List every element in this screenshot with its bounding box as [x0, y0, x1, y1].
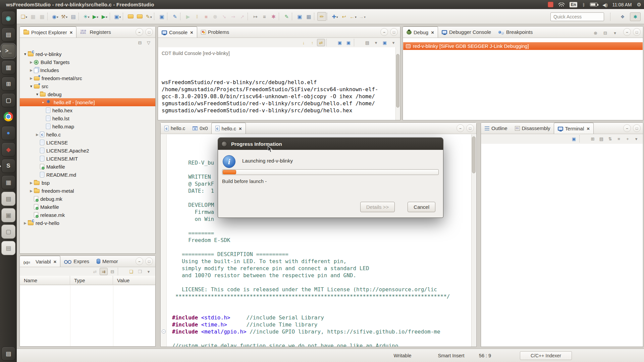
maximize-view-button[interactable]	[145, 257, 153, 265]
variables-toolbar-button[interactable]	[118, 268, 126, 275]
terminal-toolbar-button[interactable]: ▤	[597, 135, 605, 142]
toolbar-button[interactable]: ➘	[220, 12, 229, 21]
launcher-app-icon[interactable]: ▤	[1, 27, 15, 42]
tree-item[interactable]: ▶ bsp	[20, 179, 155, 187]
variables-table-body[interactable]	[20, 286, 155, 346]
cancel-button[interactable]: Cancel	[408, 202, 435, 212]
scrollbar-thumb[interactable]	[472, 136, 476, 173]
launcher-app-icon[interactable]: ▤	[1, 241, 15, 255]
session-gear-icon[interactable]	[637, 2, 641, 8]
terminal-toolbar-button[interactable]: ▾	[632, 135, 640, 142]
tab-disassembly[interactable]: Disassembly	[511, 123, 554, 134]
volume-icon[interactable]	[602, 2, 607, 8]
editor-tab-0x0[interactable]: 0x0	[189, 123, 211, 134]
toolbar-button[interactable]	[180, 13, 183, 20]
console-toolbar-button[interactable]: ⇄	[317, 39, 325, 46]
console-toolbar-button[interactable]: ▣	[344, 39, 353, 46]
toolbar-button[interactable]: ↦	[251, 12, 260, 21]
clock[interactable]: 11:08 AM	[612, 2, 632, 7]
console-toolbar-button[interactable]: ▾	[372, 39, 380, 46]
dropdown-arrow-icon[interactable]	[106, 13, 108, 19]
dropdown-arrow-icon[interactable]	[355, 13, 357, 19]
toolbar-button[interactable]: ▶	[91, 12, 100, 21]
tab-registers[interactable]: Registers	[76, 26, 114, 38]
debug-launch-item[interactable]: red-v-blinky [SiFive GDB SEGGER J-Link D…	[403, 42, 643, 50]
launcher-app-icon[interactable]: ▢	[1, 93, 15, 107]
minimize-view-button[interactable]	[136, 28, 143, 36]
console-toolbar-button[interactable]: ↑	[308, 39, 316, 46]
tree-item[interactable]: ▶ Includes	[20, 66, 155, 74]
toolbar-button[interactable]: ➚	[238, 12, 247, 21]
launcher-app-icon[interactable]: ▤	[1, 347, 15, 361]
tab-memory[interactable]: Memor	[93, 256, 122, 267]
status-indexer-progress[interactable]: C/C++ Indexer	[520, 351, 572, 360]
quick-access-input[interactable]	[550, 12, 604, 21]
toolbar-button[interactable]: ▣	[113, 12, 122, 21]
perspective-button[interactable]: ✱	[630, 12, 641, 21]
terminal-toolbar-button[interactable]: ≡	[615, 135, 623, 142]
toolbar-button[interactable]	[135, 12, 144, 21]
dropdown-arrow-icon[interactable]	[66, 13, 67, 19]
toolbar-button[interactable]	[78, 13, 81, 20]
terminal-toolbar-button[interactable]: ⇅	[606, 135, 614, 142]
close-tab-icon[interactable]	[69, 29, 73, 35]
close-tab-icon[interactable]	[430, 29, 434, 35]
tree-item[interactable]: release.mk	[20, 211, 155, 219]
minimize-view-button[interactable]	[623, 124, 631, 132]
console-toolbar-button[interactable]: ↓	[300, 39, 308, 46]
toolbar-button[interactable]: ▣	[295, 12, 304, 21]
toolbar-button[interactable]: ■	[202, 12, 211, 21]
debug-toolbar-button[interactable]: ⊗	[591, 28, 600, 37]
editor-scrollbar[interactable]	[471, 134, 476, 347]
debug-toolbar-button[interactable]: ▾	[610, 28, 620, 37]
launcher-app-icon[interactable]: ▦	[1, 175, 15, 189]
tree-expand-arrow-icon[interactable]: ▶	[29, 189, 34, 193]
toolbar-button[interactable]	[167, 13, 170, 20]
toolbar-button[interactable]: ▦	[38, 12, 47, 21]
toolbar-button[interactable]	[292, 13, 294, 20]
terminal-toolbar-button[interactable]: +	[624, 135, 632, 142]
details-button[interactable]: Details >>	[360, 202, 395, 212]
toolbar-button[interactable]: ▤	[69, 12, 78, 21]
tab-debugger-console[interactable]: Debugger Console	[438, 26, 495, 38]
tree-expand-arrow-icon[interactable]: ▶	[35, 133, 40, 136]
terminal-toolbar-button[interactable]: ⊞	[589, 135, 597, 142]
toolbar-button[interactable]	[110, 13, 112, 20]
maximize-view-button[interactable]	[145, 28, 153, 36]
toolbar-button[interactable]: ‖	[193, 12, 202, 21]
view-toolbar-button[interactable]: ⊟	[136, 39, 144, 46]
tree-expand-arrow-icon[interactable]: ▶	[22, 221, 28, 225]
close-tab-icon[interactable]	[586, 126, 590, 131]
keyboard-layout-indicator[interactable]: En	[570, 2, 577, 7]
dialog-window-button[interactable]	[221, 141, 227, 147]
maximize-view-button[interactable]	[466, 124, 474, 132]
tree-item[interactable]: ▶ freedom-metal	[20, 187, 155, 195]
maximize-view-button[interactable]	[633, 28, 641, 36]
tree-expand-arrow-icon[interactable]: ▼	[29, 84, 34, 88]
maximize-view-button[interactable]	[633, 124, 641, 132]
variables-toolbar-button[interactable]: ▾	[145, 268, 153, 275]
toolbar-button[interactable]	[126, 12, 135, 21]
toolbar-button[interactable]: ▣	[157, 12, 166, 21]
variables-toolbar-button[interactable]: ⇄	[91, 268, 99, 275]
toolbar-button[interactable]: ←	[348, 12, 358, 21]
debug-toolbar-button[interactable]: ⊟	[601, 28, 610, 37]
tree-item[interactable]: hello.hex	[20, 106, 155, 114]
tree-item[interactable]: ▶ red-v-hello	[20, 219, 155, 227]
toolbar-button[interactable]	[47, 13, 50, 20]
launcher-app-icon[interactable]: ▣	[1, 208, 15, 222]
dropdown-arrow-icon[interactable]	[25, 13, 27, 19]
toolbar-button[interactable]: ≡	[260, 12, 269, 21]
toolbar-button[interactable]: →	[358, 12, 367, 21]
launcher-app-icon[interactable]: >_	[1, 44, 15, 58]
tree-item[interactable]: debug.mk	[20, 195, 155, 203]
terminal-toolbar-button[interactable]: ▣	[570, 135, 578, 142]
launcher-app-icon[interactable]: ◆	[1, 142, 15, 157]
tab-breakpoints[interactable]: Breakpoints	[495, 26, 536, 38]
window-titlebar[interactable]: wsFreedomStudio - red-v-blinky/src/hello…	[0, 0, 644, 9]
minimize-view-button[interactable]	[623, 28, 631, 36]
minimize-view-button[interactable]	[457, 124, 464, 132]
wifi-icon[interactable]	[558, 3, 565, 6]
tree-item[interactable]: ▼ debug	[20, 90, 155, 98]
launcher-app-icon[interactable]	[1, 110, 15, 124]
